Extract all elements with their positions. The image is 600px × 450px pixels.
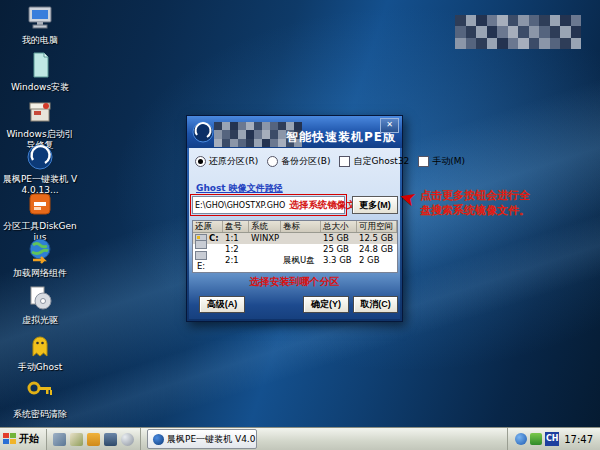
annotation-text-line1: 点击更多按钮会进行全 bbox=[420, 188, 530, 203]
chenfeng-logo-icon bbox=[25, 142, 55, 172]
taskbar-item-label: 晨枫PE一键装机 V4.0.1... bbox=[167, 433, 257, 446]
table-header-row: 还原 盘号 系统 卷标 总大小 可用空间 bbox=[193, 221, 397, 233]
partition-table: 还原 盘号 系统 卷标 总大小 可用空间 C: 1:1 WINXP 15 GB … bbox=[192, 220, 398, 273]
col-disk-no: 盘号 bbox=[223, 221, 249, 232]
toolbox-icon bbox=[25, 97, 55, 127]
close-icon[interactable]: ✕ bbox=[380, 118, 399, 133]
icon-label: 虚拟光驱 bbox=[2, 315, 78, 326]
cancel-button[interactable]: 取消(C) bbox=[353, 296, 398, 313]
disk-no: 1:1 bbox=[223, 233, 249, 244]
quick-launch-app-icon[interactable] bbox=[70, 433, 83, 446]
table-row-drive-c[interactable]: C: 1:1 WINXP 15 GB 12.5 GB bbox=[193, 233, 397, 244]
col-free-space: 可用空间 bbox=[357, 221, 397, 232]
dialog-body: 还原分区(R) 备份分区(B) 自定Ghost32 手动(M) Ghost 映像… bbox=[189, 148, 400, 319]
mode-options: 还原分区(R) 备份分区(B) 自定Ghost32 手动(M) bbox=[195, 155, 398, 168]
dialog-button-row: 高级(A) 确定(Y) 取消(C) bbox=[189, 294, 400, 320]
total-size: 3.3 GB bbox=[321, 255, 357, 266]
table-row-drive-e[interactable]: E: 2:1 晨枫U盘 3.3 GB 2 GB bbox=[193, 255, 397, 266]
desktop-icon-network[interactable]: 加载网络组件 bbox=[2, 236, 78, 279]
icon-label: 手动Ghost bbox=[2, 362, 78, 373]
network-tray-icon[interactable] bbox=[515, 433, 527, 445]
col-total-size: 总大小 bbox=[321, 221, 357, 232]
radio-icon bbox=[195, 156, 206, 167]
col-system: 系统 bbox=[249, 221, 281, 232]
disk-no: 2:1 bbox=[223, 255, 249, 266]
desktop-icon-windows-setup[interactable]: Windows安装 bbox=[2, 50, 78, 93]
free-space: 12.5 GB bbox=[357, 233, 397, 244]
table-row-drive-d[interactable]: D: 1:2 25 GB 24.8 GB bbox=[193, 244, 397, 255]
icon-label: 加载网络组件 bbox=[2, 268, 78, 279]
drive-letter: E: bbox=[195, 261, 223, 272]
desktop-icon-virtual-cd[interactable]: 虚拟光驱 bbox=[2, 283, 78, 326]
col-volume: 卷标 bbox=[281, 221, 321, 232]
censored-watermark bbox=[455, 15, 581, 49]
antivirus-tray-icon[interactable] bbox=[530, 433, 542, 445]
ok-button[interactable]: 确定(Y) bbox=[303, 296, 349, 313]
total-size: 25 GB bbox=[321, 244, 357, 255]
language-indicator[interactable]: CH bbox=[545, 432, 559, 446]
diskgenius-icon bbox=[25, 189, 55, 219]
image-path-value: E:\GHO\GHOSTXP.GHO bbox=[193, 201, 285, 210]
show-desktop-icon[interactable] bbox=[53, 433, 66, 446]
checkbox-custom-ghost32[interactable]: 自定Ghost32 bbox=[339, 155, 409, 168]
radio-icon bbox=[267, 156, 278, 167]
radio-backup-partition[interactable]: 备份分区(B) bbox=[267, 155, 330, 168]
desktop-icon-chenfeng-pe[interactable]: 晨枫PE一键装机 V4.0.13... bbox=[2, 142, 78, 196]
option-label: 还原分区(R) bbox=[209, 155, 258, 168]
free-space: 24.8 GB bbox=[357, 244, 397, 255]
disc-icon bbox=[25, 283, 55, 313]
windows-flag-icon bbox=[3, 433, 16, 445]
installer-dialog: 智能快速装机PE版 ✕ 还原分区(R) 备份分区(B) 自定Ghost32 手动… bbox=[186, 115, 403, 322]
icon-label: Windows安装 bbox=[2, 82, 78, 93]
radio-restore-partition[interactable]: 还原分区(R) bbox=[195, 155, 258, 168]
taskbar-clock[interactable]: 17:47 bbox=[562, 434, 595, 445]
desktop-icon-password-clear[interactable]: 系统密码清除 bbox=[2, 377, 78, 420]
checkbox-icon bbox=[339, 156, 350, 167]
option-label: 手动(M) bbox=[432, 155, 465, 168]
checkbox-icon bbox=[418, 156, 429, 167]
partition-hint-text: 选择安装到哪个分区 bbox=[189, 275, 400, 289]
more-button[interactable]: 更多(M) bbox=[352, 196, 398, 214]
drive-icon bbox=[195, 251, 207, 260]
computer-icon bbox=[25, 3, 55, 33]
taskbar: 开始 晨枫PE一键装机 V4.0.1... CH 17:47 bbox=[0, 427, 600, 450]
total-size: 15 GB bbox=[321, 233, 357, 244]
col-restore: 还原 bbox=[193, 221, 223, 232]
dialog-titlebar[interactable]: 智能快速装机PE版 ✕ bbox=[187, 116, 402, 148]
system-tray: CH 17:47 bbox=[507, 428, 600, 450]
chenfeng-logo-icon bbox=[153, 434, 164, 445]
ghost-icon bbox=[25, 330, 55, 360]
checkbox-manual[interactable]: 手动(M) bbox=[418, 155, 465, 168]
start-label: 开始 bbox=[19, 432, 39, 446]
taskbar-item-chenfeng-pe[interactable]: 晨枫PE一键装机 V4.0.1... bbox=[147, 429, 257, 449]
folder-icon[interactable] bbox=[87, 433, 100, 446]
display-icon[interactable] bbox=[104, 433, 117, 446]
app-logo-icon bbox=[191, 120, 215, 144]
document-icon bbox=[25, 50, 55, 80]
desktop: 我的电脑 Windows安装 Windows启动引导修复 晨枫PE一键装机 V4… bbox=[0, 0, 600, 450]
option-label: 备份分区(B) bbox=[281, 155, 330, 168]
desktop-icon-manual-ghost[interactable]: 手动Ghost bbox=[2, 330, 78, 373]
desktop-icon-my-computer[interactable]: 我的电脑 bbox=[2, 3, 78, 46]
advanced-button[interactable]: 高级(A) bbox=[199, 296, 245, 313]
free-space: 2 GB bbox=[357, 255, 397, 266]
drive-icon bbox=[195, 240, 207, 249]
key-icon bbox=[25, 377, 55, 407]
quick-launch-tool-icon[interactable] bbox=[121, 433, 134, 446]
quick-launch bbox=[47, 428, 141, 450]
desktop-icon-diskgenius[interactable]: 分区工具DiskGenius bbox=[2, 189, 78, 243]
globe-icon bbox=[25, 236, 55, 266]
icon-label: 系统密码清除 bbox=[2, 409, 78, 420]
option-label: 自定Ghost32 bbox=[353, 155, 409, 168]
disk-no: 1:2 bbox=[223, 244, 249, 255]
start-button[interactable]: 开始 bbox=[0, 429, 47, 450]
annotation-text-line2: 盘搜索系统镜像文件。 bbox=[420, 203, 530, 218]
image-path-highlight-box: E:\GHO\GHOSTXP.GHO 选择系统镜像文件 ▼ bbox=[190, 194, 347, 216]
volume: 晨枫U盘 bbox=[281, 255, 321, 266]
icon-label: 我的电脑 bbox=[2, 35, 78, 46]
image-path-combobox[interactable]: E:\GHO\GHOSTXP.GHO 选择系统镜像文件 ▼ bbox=[192, 196, 345, 214]
system: WINXP bbox=[249, 233, 281, 244]
